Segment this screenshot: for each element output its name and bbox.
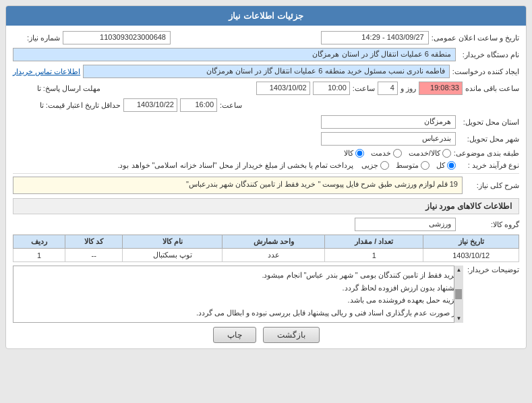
col-vahed: واحد شمارش	[223, 235, 325, 249]
noe-description: پرداخت تمام یا بخشی از مبلغ خریدار از مح…	[117, 161, 353, 170]
kala-section-title: اطلاعات کالاهای مورد نیاز	[13, 198, 519, 214]
mohlat-label: مهلت ارسال پاسخ: تا	[13, 84, 100, 93]
cell-name: توپ بسکتبال	[123, 249, 223, 262]
ijad-value: فاطمه نادری نسب مسئول خرید منطقه 6 عملیا…	[83, 65, 450, 78]
row-shahr: شهر محل تحویل: بندرعباس	[13, 132, 519, 146]
tabaghe-option-kala: کالا	[344, 149, 364, 158]
notes-scrollbar[interactable]: ▲ ▼	[454, 266, 463, 323]
noe-option-jozi: جزیی	[361, 161, 389, 170]
group-kala-value: ورزشی	[355, 218, 456, 231]
sharh-value: 19 قلم لوازم ورزشی طبق شرح فایل پیوست " …	[13, 177, 463, 194]
tabaghe-radio-khedmat[interactable]	[393, 149, 402, 158]
notes-content: خرید فقط از تامین کنندگان بومی " شهر بند…	[13, 266, 463, 323]
note-line-4: در صورت عدم بارگذاری اسناد فنی و ریالی پ…	[18, 307, 459, 319]
shahr-value: بندرعباس	[321, 132, 456, 146]
tabaghe-option-kala-khedmat: کالا/خدمت	[409, 149, 451, 158]
buttons-row: بازگشت چاپ	[13, 327, 519, 343]
shahr-label: شهر محل تحویل:	[459, 135, 519, 144]
cell-tedad: 1	[325, 249, 423, 262]
row-mohlat: ساعت باقی مانده 19:08:33 روز و 4 ساعت: 1…	[13, 82, 519, 95]
cell-radif: 1	[13, 249, 65, 262]
tabaghe-label-kala-khedmat: کالا/خدمت	[409, 149, 440, 158]
cell-vahed: عدد	[223, 249, 325, 262]
noe-label-kol: کل	[436, 161, 445, 170]
noe-radio-motovaset[interactable]	[421, 161, 430, 170]
items-table: تاریخ نیاز تعداد / مقدار واحد شمارش نام …	[13, 235, 519, 262]
page-title: جزئیات اطلاعات نیاز	[229, 11, 303, 21]
note-line-1: خرید فقط از تامین کنندگان بومی " شهر بند…	[18, 269, 459, 282]
noe-radio-jozi[interactable]	[380, 161, 389, 170]
tabaghe-radio-group: کالا/خدمت خدمت کالا	[344, 149, 451, 158]
shomara-value: 1103093023000648	[63, 31, 171, 44]
tarikh-value: 1403/09/27 - 14:29	[321, 31, 429, 44]
row-dastgah: نام دستگاه خریدار: منطقه 6 عملیات انتقال…	[13, 48, 519, 61]
col-code: کد کالا	[65, 235, 123, 249]
divider-1	[13, 173, 519, 174]
tarikh-label: تاریخ و ساعت اعلان عمومی:	[432, 34, 519, 42]
page-header: جزئیات اطلاعات نیاز	[6, 6, 526, 26]
noe-radio-kol[interactable]	[447, 161, 456, 170]
noe-radio-group: کل متوسط جزیی	[361, 161, 456, 170]
content-area: تاریخ و ساعت اعلان عمومی: 1403/09/27 - 1…	[6, 26, 526, 348]
cell-tarikh: 1403/10/12	[423, 249, 519, 262]
col-tedad: تعداد / مقدار	[325, 235, 423, 249]
tabaghe-label-khedmat: خدمت	[371, 149, 391, 158]
ostan-value: هرمزگان	[321, 115, 456, 129]
dastgah-label: نام دستگاه خریدار:	[459, 51, 519, 59]
tamas-link[interactable]: اطلاعات تماس خریدار	[13, 67, 80, 76]
hadaghal-saat: 16:00	[180, 98, 217, 112]
main-container: جزئیات اطلاعات نیاز تاریخ و ساعت اعلان ع…	[5, 5, 527, 349]
print-button[interactable]: چاپ	[213, 327, 256, 343]
hadaghal-date: 1403/10/22	[123, 98, 177, 112]
col-tarikh: تاریخ نیاز	[423, 235, 519, 249]
back-button[interactable]: بازگشت	[263, 327, 320, 343]
note-line-3: هزینه حمل بعهده فروشنده می باشد.	[18, 294, 459, 307]
shomara-label: شماره نیاز:	[13, 34, 60, 42]
ostan-label: استان محل تحویل:	[459, 118, 519, 127]
row-ostan: استان محل تحویل: هرمزگان	[13, 115, 519, 129]
notes-label: توضیحات خریدار:	[467, 266, 519, 323]
tabaghe-radio-kala[interactable]	[355, 149, 364, 158]
noe-option-motovaset: متوسط	[396, 161, 430, 170]
col-radif: ردیف	[13, 235, 65, 249]
row-group-kala: گروه کالا: ورزشی	[13, 218, 519, 231]
row-shomara: تاریخ و ساعت اعلان عمومی: 1403/09/27 - 1…	[13, 31, 519, 44]
noe-label-motovaset: متوسط	[396, 161, 419, 170]
row-noe: نوع فرآیند خرید : کل متوسط جزیی پ	[13, 161, 519, 170]
mohlat-rooz-label: روز و	[401, 84, 416, 93]
noe-label: نوع فرآیند خرید :	[459, 161, 519, 170]
mohlat-baqi-label: ساعت باقی مانده	[465, 84, 519, 93]
table-row: 1403/10/12 1 عدد توپ بسکتبال -- 1	[13, 249, 519, 262]
col-name: نام کالا	[123, 235, 223, 249]
hadaghal-saat-label: ساعت:	[220, 101, 242, 110]
tabaghe-option-khedmat: خدمت	[371, 149, 402, 158]
mohlat-rooz: 4	[378, 82, 398, 95]
note-line-2: پیشنهاد بدون ارزش افزوده لحاظ گردد.	[18, 282, 459, 294]
mohlat-saat-label: ساعت:	[353, 84, 375, 93]
mohlat-baqi: 19:08:33	[419, 82, 463, 95]
group-kala-label: گروه کالا:	[459, 220, 519, 229]
hadaghal-label: حداقل تاریخ اعتبار قیمت: تا	[13, 101, 121, 110]
tabaghe-label-kala: کالا	[344, 149, 353, 158]
row-ijad: ایجاد کننده درخواست: فاطمه نادری نسب مسئ…	[13, 65, 519, 78]
noe-option-kol: کل	[436, 161, 456, 170]
ijad-label: ایجاد کننده درخواست:	[452, 67, 519, 76]
row-sharh: شرح کلی نیاز: 19 قلم لوازم ورزشی طبق شرح…	[13, 177, 519, 194]
scroll-up-arrow[interactable]: ▲	[454, 266, 463, 274]
tabaghe-radio-kala-khedmat[interactable]	[442, 149, 451, 158]
row-tabaghe: طبقه بندی موضوعی: کالا/خدمت خدمت کالا	[13, 149, 519, 158]
row-hadaghal: ساعت: 16:00 1403/10/22 حداقل تاریخ اعتبا…	[13, 98, 519, 112]
scroll-thumb	[455, 289, 462, 299]
dastgah-value: منطقه 6 عملیات انتقال گاز در استان هرمزگ…	[13, 48, 456, 61]
scroll-down-arrow[interactable]: ▼	[454, 314, 463, 323]
notes-section: توضیحات خریدار: خرید فقط از تامین کنندگا…	[13, 266, 519, 323]
mohlat-date: 1403/10/02	[256, 82, 310, 95]
sharh-label: شرح کلی نیاز:	[465, 181, 519, 190]
mohlat-saat: 10:00	[313, 82, 350, 95]
tabaghe-label: طبقه بندی موضوعی:	[454, 149, 519, 158]
page-wrapper: جزئیات اطلاعات نیاز تاریخ و ساعت اعلان ع…	[0, 0, 532, 403]
noe-label-jozi: جزیی	[361, 161, 378, 170]
cell-code: --	[65, 249, 123, 262]
